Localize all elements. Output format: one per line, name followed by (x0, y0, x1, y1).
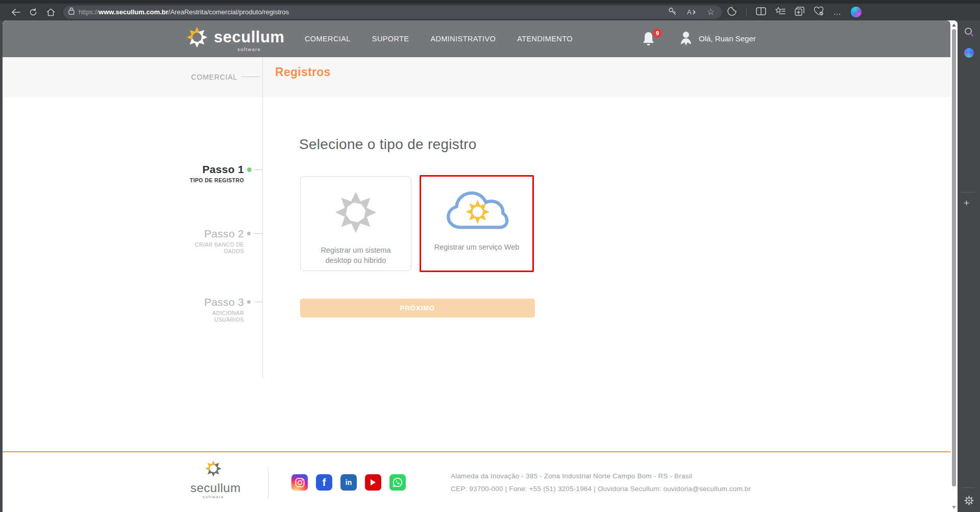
step-subtitle: CRIAR BANCO DE DADOS (183, 241, 244, 255)
nav-item-atendimento[interactable]: ATENDIMENTO (517, 35, 573, 43)
footer-address-line1: Alameda da Inovação - 385 - Zona Industr… (451, 470, 751, 482)
scrollbar-thumb[interactable] (952, 29, 956, 486)
scroll-down-arrow[interactable] (952, 506, 956, 509)
facebook-icon[interactable]: f (316, 474, 332, 491)
option-label: Registrar um serviço Web (431, 242, 523, 252)
user-avatar-icon (679, 31, 693, 46)
settings-more-icon[interactable]: … (833, 10, 842, 15)
sidebar-add-icon[interactable]: + (964, 198, 969, 209)
nav-item-suporte[interactable]: SUPORTE (372, 35, 409, 43)
wizard-step-1[interactable]: Passo 1 TIPO DE REGISTRO (150, 163, 244, 184)
copilot-icon[interactable] (851, 7, 862, 17)
footer-logo: secullum software (190, 459, 236, 499)
secullum-starburst-icon (185, 26, 209, 49)
site-lock-icon[interactable] (68, 7, 75, 17)
footer-logo-subtext: software (190, 495, 236, 499)
cloud-web-icon (445, 189, 509, 234)
youtube-icon[interactable] (365, 474, 381, 491)
user-menu[interactable]: Olá, Ruan Seger (679, 31, 756, 46)
step-1-dash (254, 169, 262, 170)
browser-toolbar: https://www.secullum.com.br/AreaRestrita… (0, 4, 980, 20)
sidebar-settings-gear-icon[interactable] (964, 495, 974, 505)
footer-logo-text: secullum (190, 481, 236, 495)
step-2-dot (247, 232, 251, 235)
page-title: Registros (275, 65, 331, 79)
site-header: secullum software COMERCIAL SUPORTE ADMI… (3, 20, 950, 57)
collections-icon[interactable] (795, 7, 804, 18)
desktop-starburst-icon (331, 188, 380, 237)
footer-divider (268, 467, 268, 499)
edge-sidebar: + (958, 20, 980, 512)
address-bar[interactable]: https://www.secullum.com.br/AreaRestrita… (63, 6, 722, 19)
nav-item-comercial[interactable]: COMERCIAL (305, 35, 351, 43)
steps-rail (262, 57, 263, 378)
step-subtitle: ADICIONAR USUÁRIOS (198, 310, 244, 323)
url-path: /AreaRestrita/comercial/produto/registro… (168, 8, 289, 16)
toolbar-separator (746, 8, 747, 16)
breadcrumb-band: COMERCIAL (3, 57, 950, 97)
user-greeting: Olá, Ruan Seger (699, 34, 756, 43)
option-label: Registrar um sistema desktop ou hibrido (310, 245, 402, 265)
favorites-list-icon[interactable] (775, 7, 786, 17)
sidebar-divider (962, 192, 975, 192)
step-3-dot (247, 300, 251, 304)
sidebar-search-icon[interactable] (964, 27, 974, 37)
split-screen-icon[interactable] (756, 7, 766, 17)
sidebar-m365-icon[interactable] (964, 47, 974, 58)
footer-address: Alameda da Inovação - 385 - Zona Industr… (451, 470, 751, 495)
refresh-button[interactable] (24, 6, 42, 19)
extensions-icon[interactable] (727, 6, 737, 18)
footer-contact-line: CEP: 93700-000 | Fone: +55 (51) 3205-196… (451, 482, 751, 495)
site-logo[interactable]: secullum software (185, 26, 284, 52)
next-button[interactable]: PRÓXIMO (300, 299, 535, 318)
window-top-edge (0, 0, 980, 4)
scroll-up-arrow[interactable] (952, 23, 956, 27)
step-title: Passo 2 (150, 228, 244, 240)
url-text[interactable]: https://www.secullum.com.br/AreaRestrita… (79, 8, 668, 16)
url-scheme: https:// (79, 8, 99, 16)
page-viewport: secullum software COMERCIAL SUPORTE ADMI… (3, 20, 958, 512)
step-3-dash (254, 302, 262, 302)
option-card-web-selected[interactable]: Registrar um serviço Web (420, 175, 534, 272)
footer-starburst-icon (204, 459, 223, 478)
read-aloud-icon[interactable]: A (687, 8, 697, 16)
main-nav: COMERCIAL SUPORTE ADMINISTRATIVO ATENDIM… (305, 20, 573, 57)
read-aloud-letter: A (687, 8, 692, 16)
linkedin-icon[interactable]: in (340, 474, 357, 491)
step-2-dash (254, 233, 262, 234)
step-title: Passo 3 (150, 296, 244, 308)
social-links: f in (291, 474, 406, 491)
wizard-step-2[interactable]: Passo 2 CRIAR BANCO DE DADOS (150, 228, 244, 255)
option-card-desktop[interactable]: Registrar um sistema desktop ou hibrido (300, 176, 411, 271)
browser-essentials-icon[interactable] (814, 7, 824, 18)
favorite-star-icon[interactable]: ☆ (707, 8, 715, 16)
content-heading: Selecione o tipo de registro (299, 136, 477, 153)
page-scrollbar[interactable] (950, 20, 958, 512)
step-subtitle: TIPO DE REGISTRO (150, 177, 244, 184)
whatsapp-icon[interactable] (389, 474, 406, 491)
step-1-dot (247, 167, 252, 172)
breadcrumb: COMERCIAL (130, 57, 237, 97)
wizard-step-3[interactable]: Passo 3 ADICIONAR USUÁRIOS (150, 296, 244, 323)
instagram-icon[interactable] (291, 474, 308, 491)
notification-badge: 9 (653, 29, 662, 38)
notifications-button[interactable]: 9 (642, 31, 659, 47)
home-button[interactable] (42, 6, 59, 19)
step-title: Passo 1 (150, 163, 244, 176)
site-logo-text: secullum (214, 26, 284, 49)
footer-rule (3, 451, 950, 452)
sidebar-divider-bottom (962, 487, 975, 488)
nav-item-administrativo[interactable]: ADMINISTRATIVO (430, 35, 496, 43)
back-button[interactable] (7, 6, 24, 19)
breadcrumb-dash (241, 77, 260, 77)
url-domain: www.secullum.com.br (99, 8, 168, 16)
password-key-icon[interactable] (668, 7, 677, 17)
